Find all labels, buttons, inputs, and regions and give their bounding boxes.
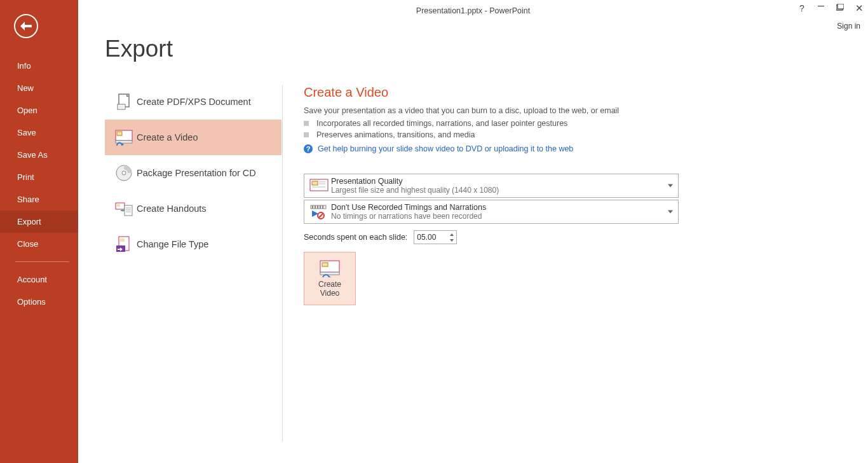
chevron-down-icon — [668, 211, 673, 214]
detail-title: Create a Video — [304, 85, 685, 100]
stepper-up-icon[interactable] — [448, 232, 456, 237]
help-icon: ? — [304, 144, 313, 153]
back-button[interactable] — [14, 14, 38, 38]
sidebar-item-new[interactable]: New — [0, 77, 78, 99]
seconds-stepper[interactable]: 05.00 — [414, 230, 457, 244]
svg-marker-9 — [122, 143, 124, 146]
seconds-label: Seconds spent on each slide: — [304, 233, 407, 242]
sidebar-item-account[interactable]: Account — [0, 268, 78, 291]
export-option-label: Change File Type — [137, 239, 208, 249]
sidebar-item-share[interactable]: Share — [0, 188, 78, 211]
seconds-value: 05.00 — [417, 233, 436, 242]
help-icon[interactable]: ? — [796, 3, 808, 13]
backstage-sidebar: Info New Open Save Save As Print Share E… — [0, 0, 78, 463]
filetype-icon — [111, 235, 137, 253]
svg-rect-30 — [317, 205, 318, 209]
quality-icon — [307, 179, 331, 193]
sidebar-item-info[interactable]: Info — [0, 55, 78, 77]
quality-title: Presentation Quality — [331, 177, 499, 186]
svg-rect-3 — [118, 104, 125, 109]
handouts-icon — [111, 200, 137, 217]
vertical-divider — [282, 85, 283, 441]
sidebar-item-open[interactable]: Open — [0, 99, 78, 121]
seconds-row: Seconds spent on each slide: 05.00 — [304, 230, 685, 244]
sidebar-item-saveas[interactable]: Save As — [0, 144, 78, 166]
quality-dropdown[interactable]: Presentation Quality Largest file size a… — [304, 174, 679, 198]
svg-point-11 — [122, 171, 126, 175]
svg-rect-28 — [312, 205, 313, 209]
svg-rect-29 — [315, 205, 316, 209]
export-option-handouts[interactable]: Create Handouts — [105, 191, 281, 226]
cd-icon — [111, 164, 137, 182]
minimize-icon[interactable]: – — [815, 0, 827, 12]
page-title: Export — [105, 36, 173, 62]
chevron-down-icon — [668, 184, 673, 188]
arrow-left-icon — [20, 22, 32, 31]
svg-rect-20 — [120, 238, 125, 242]
svg-rect-36 — [322, 263, 328, 266]
svg-rect-31 — [320, 205, 321, 209]
stepper-down-icon[interactable] — [448, 237, 456, 243]
timings-dropdown[interactable]: Don't Use Recorded Timings and Narration… — [304, 200, 679, 224]
export-option-video[interactable]: Create a Video — [105, 120, 281, 155]
window-controls: ? – ✕ — [796, 1, 865, 15]
sidebar-item-options[interactable]: Options — [0, 291, 78, 313]
sidebar-item-export[interactable]: Export — [0, 211, 78, 233]
timings-icon — [307, 204, 331, 219]
svg-marker-38 — [329, 276, 331, 277]
export-option-cd[interactable]: Package Presentation for CD — [105, 155, 281, 191]
svg-rect-37 — [320, 272, 339, 275]
quality-sub: Largest file size and highest quality (1… — [331, 186, 499, 195]
svg-rect-13 — [117, 204, 120, 207]
export-option-label: Create PDF/XPS Document — [137, 97, 251, 107]
sidebar-item-save[interactable]: Save — [0, 121, 78, 144]
help-link[interactable]: Get help burning your slide show video t… — [318, 144, 573, 153]
restore-icon[interactable] — [834, 3, 846, 13]
export-detail-pane: Create a Video Save your presentation as… — [304, 85, 685, 305]
create-video-icon — [319, 259, 341, 277]
svg-rect-14 — [125, 205, 132, 216]
timings-sub: No timings or narrations have been recor… — [331, 212, 486, 221]
export-option-filetype[interactable]: Change File Type — [105, 226, 281, 262]
svg-rect-32 — [322, 205, 323, 209]
create-video-label-2: Video — [320, 289, 339, 298]
detail-bullet: Incorporates all recorded timings, narra… — [304, 119, 685, 128]
timings-title: Don't Use Recorded Timings and Narration… — [331, 203, 486, 212]
export-option-label: Create a Video — [137, 132, 198, 142]
sidebar-nav: Info New Open Save Save As Print Share E… — [0, 55, 78, 313]
sidebar-separator — [15, 261, 69, 262]
create-video-button[interactable]: Create Video — [304, 252, 356, 305]
help-row: ? Get help burning your slide show video… — [304, 144, 685, 153]
sign-in-link[interactable]: Sign in — [837, 22, 860, 31]
svg-rect-23 — [312, 181, 318, 185]
window-title: Presentation1.pptx - PowerPoint — [416, 6, 530, 15]
svg-rect-1 — [837, 4, 844, 9]
export-option-pdf[interactable]: Create PDF/XPS Document — [105, 84, 281, 120]
bullet-icon — [304, 121, 309, 126]
svg-rect-7 — [117, 132, 122, 135]
svg-line-34 — [319, 214, 323, 218]
detail-description: Save your presentation as a video that y… — [304, 106, 685, 115]
create-video-label-1: Create — [318, 280, 341, 289]
sidebar-item-close[interactable]: Close — [0, 233, 78, 255]
export-option-label: Create Handouts — [137, 204, 207, 214]
export-option-list: Create PDF/XPS Document Create a Video P… — [105, 84, 281, 262]
bullet-icon — [304, 132, 309, 137]
pdf-icon — [111, 93, 137, 111]
close-icon[interactable]: ✕ — [853, 3, 865, 14]
bullet-text: Incorporates all recorded timings, narra… — [316, 119, 567, 128]
video-icon — [111, 129, 137, 146]
sidebar-item-print[interactable]: Print — [0, 166, 78, 188]
bullet-text: Preserves animations, transitions, and m… — [316, 130, 475, 139]
detail-bullet: Preserves animations, transitions, and m… — [304, 130, 685, 139]
export-option-label: Package Presentation for CD — [137, 168, 256, 178]
title-bar: Presentation1.pptx - PowerPoint — [78, 0, 868, 19]
